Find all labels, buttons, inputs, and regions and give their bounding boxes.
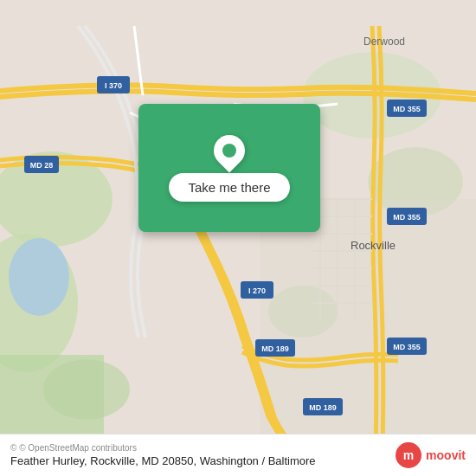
svg-text:MD 28: MD 28 (30, 161, 54, 170)
take-me-there-button[interactable]: Take me there (169, 173, 289, 202)
bottom-left-info: © © OpenStreetMap contributors Feather H… (10, 443, 316, 467)
bottom-bar: © © OpenStreetMap contributors Feather H… (0, 434, 476, 476)
svg-text:Derwood: Derwood (363, 35, 405, 48)
moovit-text: moovit (426, 448, 466, 462)
address-label: Feather Hurley, Rockville, MD 20850, Was… (10, 454, 316, 467)
moovit-icon: m (395, 441, 422, 469)
svg-text:I 270: I 270 (248, 286, 266, 295)
osm-link: © OpenStreetMap contributors (19, 443, 137, 453)
map-pin-icon (208, 128, 252, 172)
svg-text:I 370: I 370 (105, 81, 122, 90)
copyright-symbol: © (10, 443, 19, 453)
svg-text:MD 355: MD 355 (393, 213, 421, 222)
location-panel: Take me there (138, 104, 320, 232)
svg-text:Rockville: Rockville (351, 239, 396, 252)
map-background: I 370 MD 28 MD 355 MD 355 MD 355 I 270 M… (0, 0, 476, 476)
svg-text:MD 189: MD 189 (261, 344, 289, 353)
svg-point-7 (43, 359, 130, 420)
svg-text:MD 355: MD 355 (393, 343, 421, 351)
svg-text:MD 355: MD 355 (393, 105, 421, 113)
moovit-logo: m moovit (395, 441, 466, 469)
svg-text:MD 189: MD 189 (309, 403, 337, 412)
attribution-text: © © OpenStreetMap contributors (10, 443, 316, 453)
svg-text:m: m (403, 448, 414, 462)
pin-icon-wrapper (214, 135, 245, 166)
svg-rect-9 (260, 199, 476, 450)
map-container: I 370 MD 28 MD 355 MD 355 MD 355 I 270 M… (0, 0, 476, 476)
svg-point-8 (9, 238, 69, 316)
